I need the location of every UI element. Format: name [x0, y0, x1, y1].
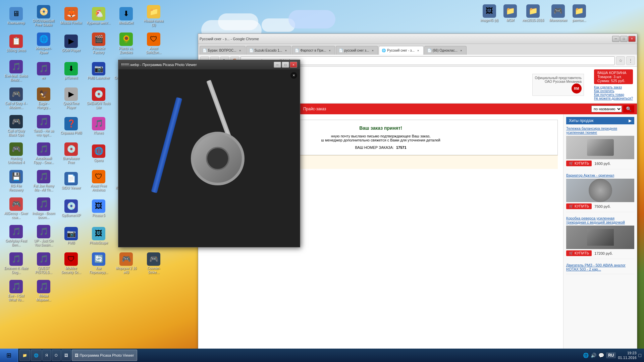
- search-button[interactable]: 🔍: [623, 105, 634, 113]
- browser-maximize[interactable]: □: [620, 36, 628, 42]
- taskbar-explorer[interactable]: 📁: [19, 350, 30, 361]
- top-right-icon-2[interactable]: 📁 лес2015-2016: [521, 3, 545, 24]
- desktop-icon-43[interactable]: 🎵 Indiago - Boom boom...: [30, 195, 57, 222]
- volume-icon[interactable]: 🔊: [591, 353, 596, 358]
- browser-tab-5[interactable]: 📄 (66) Одноклас... ×: [424, 46, 467, 55]
- desktop-icon-15[interactable]: 📷 PMB Launcher: [85, 58, 112, 84]
- notification-icon[interactable]: 💬: [598, 353, 604, 358]
- photo-viewer-close[interactable]: ×: [290, 62, 297, 68]
- browser-tab-0[interactable]: 📄 Буран: ВОПРОС... ×: [200, 46, 246, 55]
- photo-viewer-minimize[interactable]: ─: [274, 62, 281, 68]
- desktop-icon-19[interactable]: 🦅 Eagle - Hungry...: [30, 85, 57, 112]
- cart-link-1[interactable]: Как сделать заказ: [594, 85, 633, 89]
- desktop-icon-18[interactable]: 🎮 Call of Duty 4 - Modern...: [3, 85, 30, 112]
- desktop-icon-57[interactable]: 🔄 Как Перезагру...: [85, 250, 112, 277]
- desktop-icon-11[interactable]: 🛡 Avast SafeZon...: [140, 30, 167, 57]
- taskbar-folder[interactable]: 🖼: [61, 350, 71, 361]
- desktop-icon-49[interactable]: 🎵 UP - Just On You Swain...: [30, 223, 57, 249]
- search-dropdown[interactable]: по названию: [591, 106, 622, 112]
- desktop-icon-2[interactable]: 🦊 Mozilla Firefox: [58, 3, 85, 29]
- desktop-icon-44[interactable]: 💿 GpBurnerXP: [58, 195, 85, 222]
- browser-close[interactable]: ×: [628, 36, 636, 42]
- desktop-icon-26[interactable]: ❓ Справка PMB: [58, 113, 85, 139]
- desktop-icon-48[interactable]: 🎵 GetAplay Feat Ben...: [3, 223, 30, 249]
- network-icon[interactable]: 🌐: [583, 353, 589, 358]
- desktop-icon-20[interactable]: ▶ QuickTime Player: [58, 85, 85, 112]
- product-3-name[interactable]: Коробка реверса усиленная трекрадная с в…: [566, 216, 634, 224]
- taskbar-photo-viewer[interactable]: 🖼 Программа Picasa Photo Viewer: [72, 350, 137, 361]
- desktop-icon-5[interactable]: 📁 Новая папка (3): [140, 3, 167, 29]
- desktop-icon-60[interactable]: 🎵 Eve - I Got What Yo...: [3, 278, 30, 304]
- desktop-icon-54[interactable]: 🎵 Eminem ft. Nate Dog...: [3, 250, 30, 277]
- desktop-icon-8[interactable]: ▶ GOM Player: [58, 30, 85, 57]
- cart-button[interactable]: ВАША КОРЗИНА Товаров: 3 шт. Сумма: 525 р…: [594, 69, 633, 84]
- taskbar-opera[interactable]: O: [52, 350, 61, 361]
- desktop-icon-10[interactable]: 🌻 Plants vs. Zombies: [113, 30, 140, 57]
- menu-button[interactable]: ⋮: [626, 56, 635, 65]
- desktop-icon-21[interactable]: 💿 DAEMON Tools Lite: [85, 85, 112, 112]
- desktop-icon-9[interactable]: 🎬 Pinnacle Factory: [85, 30, 112, 57]
- desktop-icon-42[interactable]: 🎮 AliDecoy - Онег сом...: [3, 195, 30, 222]
- desktop-icon-33[interactable]: 🌐 Opera: [85, 140, 112, 167]
- browser-tab-2[interactable]: 📄 Фарпост в При... ×: [292, 46, 335, 55]
- cart-link-4[interactable]: Не можете дозвониться?: [594, 97, 633, 100]
- browser-tab-3[interactable]: 📄 русский снег з... ×: [336, 46, 378, 55]
- desktop-icon-36[interactable]: 💾 RS File Recovery: [3, 168, 30, 194]
- desktop-icon-0[interactable]: 🖥 Компьютер: [3, 3, 30, 29]
- desktop-icon-50[interactable]: 📷 PMB: [58, 223, 85, 249]
- cart-link-3[interactable]: Как получить товар: [594, 93, 633, 97]
- action-center-icon[interactable]: □: [639, 353, 641, 358]
- tab-close-1[interactable]: ×: [283, 48, 288, 53]
- browser-minimize[interactable]: ─: [612, 36, 620, 42]
- star-button[interactable]: ☆: [616, 56, 625, 65]
- product-2-buy-btn[interactable]: 🛒 КУПИТЬ: [566, 203, 592, 209]
- tab-close-2[interactable]: ×: [327, 48, 332, 53]
- product-1-name[interactable]: Тележка балансира передняя усиленная тюн…: [566, 126, 634, 134]
- desktop-icon-1[interactable]: 📀 DVDVideoSoft Free Studio: [30, 3, 57, 29]
- desktop-icon-39[interactable]: 🛡 Avast Free Antivirus: [85, 168, 112, 194]
- taskbar-chrome[interactable]: 🌐: [31, 350, 42, 361]
- desktop-icon-27[interactable]: 🎵 iTunes: [85, 113, 112, 139]
- desktop-icon-45[interactable]: 🖼 Picasa 5: [85, 195, 112, 222]
- desktop-icon-58[interactable]: 🎮 Морхухн 2 16 x43: [113, 250, 140, 277]
- desktop-icon-6[interactable]: 📋 100mg 3mos: [3, 30, 30, 57]
- start-button[interactable]: ⊞: [0, 349, 18, 362]
- product-4-name[interactable]: Двигатель РМЗ - 500 АВИА аналог ROTAX 50…: [566, 263, 634, 271]
- desktop-icon-12[interactable]: 🎵 Eve-feat. Swiss Beatz...: [3, 58, 30, 84]
- desktop-icon-14[interactable]: ⬇ piTorrent: [58, 58, 85, 84]
- desktop-icon-13[interactable]: 🎵 ev: [30, 58, 57, 84]
- top-right-icon-1[interactable]: 📁 МОИ: [502, 3, 518, 24]
- tab-close-3[interactable]: ×: [370, 48, 375, 53]
- photo-viewer-titlebar[interactable]: !!!!!!!!.webp - Программа Picasa Photo V…: [118, 60, 300, 69]
- desktop-icon-4[interactable]: ⬇ MediaGet: [113, 3, 140, 29]
- cart-link-2[interactable]: Как оплатить: [594, 89, 633, 93]
- photo-viewer-maximize[interactable]: □: [282, 62, 289, 68]
- desktop-icon-24[interactable]: 🎮 Call of Duty Black Ops: [3, 113, 30, 139]
- tab-close-0[interactable]: ×: [238, 48, 243, 53]
- top-right-icon-0[interactable]: 🖼 image45 (d): [479, 3, 499, 24]
- browser-tab-1[interactable]: 📄 Suzuki Escudo 1... ×: [246, 46, 291, 55]
- desktop-icon-56[interactable]: 🛡 McAfee Security Sc...: [58, 250, 85, 277]
- desktop-icon-55[interactable]: 🎵 QUEST PISTOLS...: [30, 250, 57, 277]
- desktop-icon-59[interactable]: 🎮 Counter-Strike...: [140, 250, 167, 277]
- language-indicator[interactable]: RU: [606, 352, 616, 358]
- desktop-icon-61[interactable]: 🎵 Миша Марвин...: [30, 278, 57, 304]
- product-1-buy-btn[interactable]: 🛒 КУПИТЬ: [566, 161, 592, 166]
- desktop-icon-31[interactable]: 🎵 Ахсейский Пруу - Оем...: [30, 140, 57, 167]
- top-right-icon-3[interactable]: 🎮 Монополия: [548, 3, 569, 24]
- desktop-icon-32[interactable]: 💿 BurnAware Free: [58, 140, 85, 167]
- photo-overlay-close[interactable]: ×: [290, 72, 297, 79]
- desktop-icon-37[interactable]: 🎵 Fat Joe Remy Ma - All Th...: [30, 168, 57, 194]
- desktop-icon-25[interactable]: 🎵 TaraS - Не за что трут...: [30, 113, 57, 139]
- desktop-icon-38[interactable]: 📄 StDU Viewer: [58, 168, 85, 194]
- product-2-name[interactable]: Вариатор Арктик - оригинал: [566, 173, 634, 177]
- desktop-icon-30[interactable]: 🎮 Hunting Unlimited 4: [3, 140, 30, 167]
- tab-close-4[interactable]: ×: [416, 48, 421, 53]
- tab-close-5[interactable]: ×: [459, 48, 464, 53]
- desktop-icon-3[interactable]: 🐔 Куриная мест...: [85, 3, 112, 29]
- top-right-icon-4[interactable]: 📁 ринтон...: [571, 3, 587, 24]
- desktop-icon-7[interactable]: 🌐 Интернет-Крым: [30, 30, 57, 57]
- browser-titlebar[interactable]: Русский снег - з... - Google Chrome ─ □ …: [198, 34, 637, 44]
- nav-pricelist[interactable]: Прайс-заказ: [300, 105, 329, 113]
- browser-tab-4[interactable]: 🌐 Русский снег - з... ×: [379, 46, 423, 55]
